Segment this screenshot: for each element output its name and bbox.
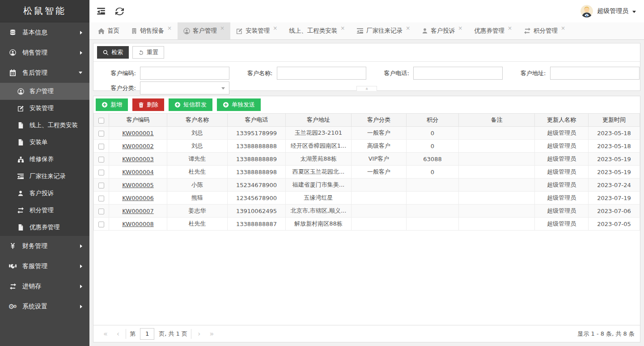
sidebar-collapse-icon[interactable] [97, 7, 106, 16]
sidebar-subitem-2[interactable]: 安装管理 [0, 100, 89, 117]
sidebar-subitem-9[interactable]: 优惠券管理 [0, 219, 89, 236]
add-button[interactable]: 新增 [96, 98, 128, 111]
cell-updated: 2023-07-19 [589, 192, 640, 205]
cell-updated: 2023-05-19 [589, 166, 640, 179]
tab-7[interactable]: 客户投诉× [416, 22, 468, 39]
user-icon [422, 28, 428, 34]
customer-phone-input[interactable] [413, 67, 503, 80]
close-icon[interactable]: × [561, 25, 565, 31]
row-checkbox[interactable] [98, 196, 104, 201]
prev-page-button[interactable]: ‹ [112, 330, 124, 337]
row-checkbox[interactable] [98, 157, 104, 162]
close-icon[interactable]: × [220, 25, 225, 31]
customer-code-link[interactable]: KW000001 [122, 130, 154, 137]
sidebar-subitem-label: 客户管理 [30, 87, 54, 95]
collapse-search-panel-button[interactable]: « [356, 86, 377, 91]
cell-updated: 2023-07-06 [589, 205, 640, 218]
row-checkbox-cell [94, 205, 109, 218]
cell-remark [459, 140, 535, 153]
customer-code-input[interactable] [140, 67, 229, 80]
tab-2[interactable]: 销售报备× [125, 22, 178, 39]
next-page-button[interactable]: › [193, 330, 205, 337]
chevron-right-icon [80, 31, 82, 34]
sidebar-subitem-8[interactable]: 积分管理 [0, 202, 89, 219]
customer-address-input[interactable] [550, 67, 640, 80]
customer-table-wrap: 客户编码客户名称客户电话客户地址客户分类积分备注更新人名称更新时间KW00000… [93, 113, 640, 231]
customer-code-link[interactable]: KW000007 [122, 208, 154, 214]
tab-5[interactable]: 线上、工程类安装× [283, 22, 351, 39]
tab-6[interactable]: 厂家往来记录× [351, 22, 416, 39]
row-checkbox[interactable] [98, 144, 104, 150]
customer-code-link[interactable]: KW000002 [122, 143, 154, 150]
select-all-checkbox[interactable] [98, 118, 104, 124]
sms-single-button[interactable]: 单独发送 [217, 98, 261, 111]
sidebar-item-1[interactable]: 基本信息 [0, 22, 89, 43]
close-icon[interactable]: × [406, 25, 410, 31]
customer-code-link[interactable]: KW000006 [122, 195, 154, 201]
cell-phone: 13388888888 [228, 140, 286, 153]
customer-code-link[interactable]: KW000004 [122, 169, 154, 175]
outdent-icon [17, 173, 24, 180]
sidebar-item-2[interactable]: 销售管理 [0, 43, 89, 63]
pencil-square-icon [17, 105, 24, 112]
close-icon[interactable]: × [340, 25, 345, 31]
close-icon[interactable]: × [458, 25, 462, 31]
delete-button[interactable]: 删除 [132, 98, 164, 111]
row-checkbox-cell [94, 166, 109, 179]
first-page-button[interactable]: « [99, 330, 112, 337]
customer-code-link[interactable]: KW000005 [122, 182, 154, 188]
page-number-input[interactable]: 1 [140, 328, 154, 340]
tab-9[interactable]: 积分管理× [518, 22, 571, 39]
sidebar-subitem-4[interactable]: 安装单 [0, 134, 89, 151]
row-checkbox[interactable] [98, 209, 104, 214]
customer-category-select[interactable] [140, 81, 229, 94]
sidebar-subitem-6[interactable]: 厂家往来记录 [0, 168, 89, 185]
tab-8[interactable]: 优惠券管理× [468, 22, 518, 39]
tab-4[interactable]: 安装管理× [230, 22, 283, 39]
row-checkbox[interactable] [98, 222, 104, 227]
search-button[interactable]: 检索 [97, 46, 129, 59]
search-form-row: 客户编码:客户名称:客户电话:客户地址: [93, 66, 640, 81]
sidebar-subitem-3[interactable]: 线上、工程类安装 [0, 117, 89, 134]
sidebar-subitem-7[interactable]: 客户投诉 [0, 185, 89, 202]
chevron-down-icon [79, 72, 82, 74]
close-icon[interactable]: × [508, 25, 512, 31]
tab-1[interactable]: 首页 [92, 22, 125, 39]
row-checkbox[interactable] [98, 170, 104, 175]
sidebar-item-6[interactable]: 进销存 [0, 276, 89, 296]
grid-empty-space [93, 231, 640, 325]
search-icon [103, 50, 109, 56]
sidebar-item-7[interactable]: ⚙⚙系统设置 [0, 296, 89, 316]
tab-label: 首页 [107, 27, 119, 35]
user-menu[interactable]: 超级管理员 [580, 0, 636, 22]
cell-address: 解放新村南区88栋 [286, 218, 352, 231]
sidebar-item-label: 基本信息 [22, 29, 80, 37]
customer-code-link[interactable]: KW000008 [122, 221, 154, 227]
chevron-down-icon [632, 11, 636, 13]
cell-updater: 超级管理员 [535, 192, 589, 205]
customer-code-link[interactable]: KW000003 [122, 156, 154, 162]
customer-name-input[interactable] [277, 67, 366, 80]
cell-points: 0 [407, 127, 459, 140]
close-icon[interactable]: × [167, 25, 172, 31]
sidebar-item-4[interactable]: 财务管理 [0, 236, 89, 256]
sms-batch-button[interactable]: 短信群发 [169, 98, 212, 111]
sidebar-subitem-5[interactable]: 维修保养 [0, 151, 89, 168]
sidebar-subitem-1[interactable]: 客户管理 [0, 83, 89, 100]
sidebar-item-label: 售后管理 [22, 69, 79, 77]
plus-circle-icon [102, 102, 108, 108]
close-icon[interactable]: × [273, 25, 277, 31]
customer-code-label: 客户编码: [93, 69, 140, 77]
page-label-prefix: 第 [128, 330, 137, 338]
cell-name: 熊猫 [167, 192, 228, 205]
cell-category: 一般客户 [352, 166, 407, 179]
refresh-icon[interactable] [115, 7, 124, 16]
tab-3[interactable]: 客户管理× [178, 22, 230, 39]
row-checkbox[interactable] [98, 131, 104, 137]
sidebar-item-3[interactable]: 售后管理 [0, 63, 89, 83]
reset-button[interactable]: 重置 [132, 46, 164, 59]
row-checkbox[interactable] [98, 183, 104, 188]
tab-label: 线上、工程类安装 [289, 27, 337, 35]
last-page-button[interactable]: » [205, 330, 218, 337]
sidebar-item-5[interactable]: 客服管理 [0, 256, 89, 276]
